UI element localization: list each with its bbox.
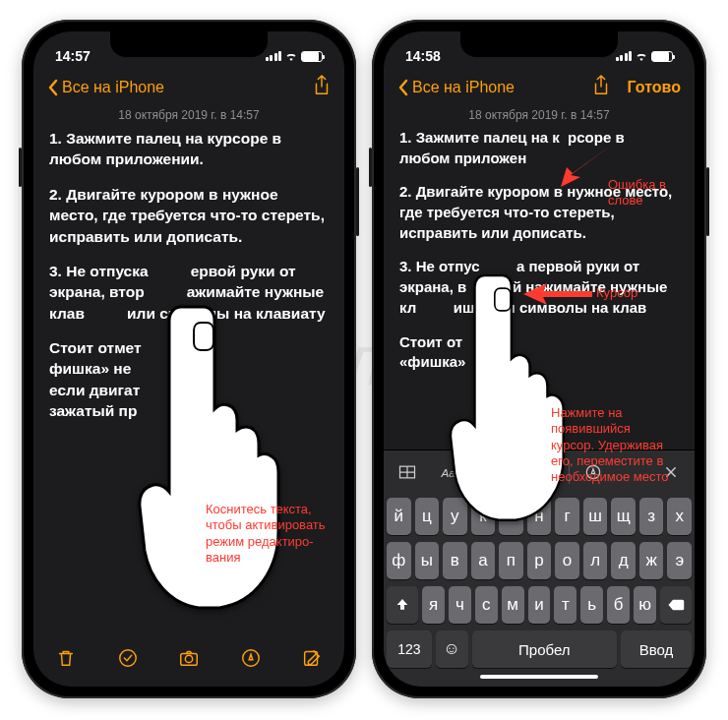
note-paragraph: 2. Двигайте курором в нужное место, где … [399, 182, 679, 243]
chevron-left-icon [397, 79, 408, 96]
signal-icon [266, 51, 282, 61]
markup-toolbar-icon[interactable] [574, 456, 613, 488]
share-icon [592, 75, 610, 96]
svg-text:Aa: Aa [441, 466, 456, 479]
key-е[interactable]: е [499, 498, 523, 535]
keyboard-toolbar: Aa [384, 450, 695, 494]
key-н[interactable]: н [527, 498, 552, 535]
close-keyboard-icon[interactable] [651, 456, 691, 488]
markup-icon[interactable] [240, 647, 262, 669]
svg-point-9 [542, 470, 548, 476]
battery-icon [651, 51, 673, 62]
key-с[interactable]: с [475, 586, 498, 624]
key-р[interactable]: р [527, 542, 552, 579]
back-label: Все на iPhone [62, 79, 164, 96]
notch [460, 31, 618, 57]
format-icon[interactable]: Aa [429, 456, 468, 488]
note-paragraph: 1. Зажмите палец на к рсоре в любом прил… [399, 128, 679, 168]
key-з[interactable]: з [639, 498, 664, 535]
signal-icon [616, 51, 633, 61]
keyboard[interactable]: йцукенгшщзх фывапролджэ ячсмитьбю 123 ☺ … [384, 494, 695, 687]
key-о[interactable]: о [555, 542, 579, 579]
nav-bar: Все на iPhone [33, 71, 344, 108]
note-paragraph: 3. Не отпус а первой руки от экрана, в о… [399, 257, 679, 318]
note-timestamp: 18 октября 2019 г. в 14:57 [384, 108, 695, 128]
key-м[interactable]: м [502, 586, 524, 624]
share-button[interactable] [313, 75, 331, 100]
note-paragraph: 2. Двигайте курором в нужное место, где … [49, 184, 329, 247]
done-button[interactable]: Готово [628, 79, 681, 96]
key-т[interactable]: т [554, 586, 576, 624]
checklist-toolbar-icon[interactable] [477, 456, 516, 488]
key-ч[interactable]: ч [449, 586, 471, 624]
key-а[interactable]: а [471, 542, 496, 579]
key-э[interactable]: э [667, 542, 692, 579]
back-button[interactable]: Все на iPhone [397, 79, 515, 96]
key-б[interactable]: б [607, 586, 630, 624]
key-й[interactable]: й [387, 498, 411, 535]
backspace-key[interactable] [660, 586, 692, 624]
key-ы[interactable]: ы [415, 542, 440, 579]
wifi-icon [635, 51, 648, 61]
key-х[interactable]: х [667, 498, 692, 535]
shift-key[interactable] [387, 586, 418, 624]
share-icon [313, 75, 331, 96]
svg-point-7 [490, 465, 503, 478]
back-label: Все на iPhone [412, 79, 515, 96]
note-paragraph: 3. Не отпуска ервой руки от экрана, втор… [49, 261, 329, 324]
key-к[interactable]: к [471, 498, 496, 535]
battery-icon [301, 51, 323, 62]
phone-right: 14:58 Все на iPhone Готово 18 октября [372, 20, 706, 698]
key-ш[interactable]: ш [583, 498, 608, 535]
home-indicator[interactable] [480, 675, 598, 679]
key-и[interactable]: и [528, 586, 551, 624]
trash-icon[interactable] [55, 647, 77, 669]
status-time: 14:58 [405, 48, 441, 64]
wifi-icon [284, 51, 298, 61]
table-icon[interactable] [388, 456, 427, 488]
note-content[interactable]: 1. Зажмите палец на к рсоре в любом прил… [384, 128, 695, 450]
numbers-key[interactable]: 123 [387, 630, 432, 668]
key-я[interactable]: я [422, 586, 445, 624]
bottom-toolbar [33, 633, 344, 687]
key-л[interactable]: л [583, 542, 608, 579]
key-д[interactable]: д [611, 542, 636, 579]
chevron-left-icon [47, 79, 58, 96]
note-paragraph: Стоит отмет фишка» не если двигат зажаты… [49, 337, 329, 422]
note-paragraph: 1. Зажмите палец на курсоре в любом прил… [49, 128, 329, 170]
phone-left: 14:57 Все на iPhone 18 октября 2019 г. в… [22, 20, 356, 698]
note-timestamp: 18 октября 2019 г. в 14:57 [33, 108, 344, 128]
note-content[interactable]: 1. Зажмите палец на курсоре в любом прил… [33, 128, 344, 633]
camera-toolbar-icon[interactable] [525, 456, 565, 488]
checklist-icon[interactable] [117, 647, 139, 669]
key-у[interactable]: у [443, 498, 467, 535]
nav-bar: Все на iPhone Готово [384, 71, 695, 108]
key-г[interactable]: г [555, 498, 579, 535]
key-щ[interactable]: щ [611, 498, 636, 535]
key-ь[interactable]: ь [580, 586, 603, 624]
svg-point-0 [119, 650, 136, 667]
enter-key[interactable]: Ввод [621, 630, 692, 668]
camera-icon[interactable] [178, 647, 200, 669]
emoji-key[interactable]: ☺ [436, 630, 468, 668]
svg-point-2 [185, 655, 192, 662]
key-п[interactable]: п [499, 542, 523, 579]
notch [110, 31, 268, 57]
key-в[interactable]: в [443, 542, 467, 579]
note-paragraph: Стоит от «фишка» [399, 332, 679, 373]
key-ф[interactable]: ф [387, 542, 411, 579]
key-ц[interactable]: ц [415, 498, 440, 535]
back-button[interactable]: Все на iPhone [47, 79, 164, 96]
key-ю[interactable]: ю [634, 586, 656, 624]
share-button[interactable] [592, 75, 610, 100]
key-ж[interactable]: ж [639, 542, 664, 579]
status-time: 14:57 [55, 48, 91, 64]
compose-icon[interactable] [301, 647, 323, 669]
space-key[interactable]: Пробел [472, 630, 617, 668]
